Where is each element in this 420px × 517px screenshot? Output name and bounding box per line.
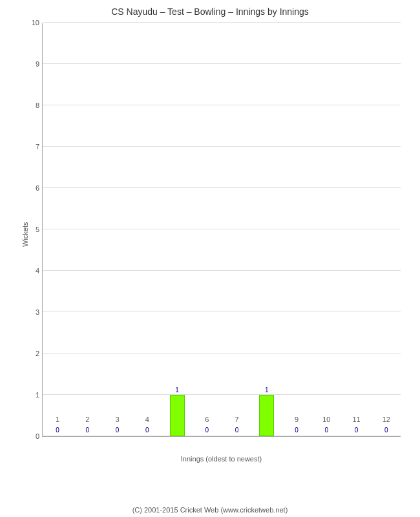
x-tick-label-7: 7 xyxy=(235,416,239,423)
bar-innings-5 xyxy=(170,395,185,436)
gridline-4 xyxy=(43,270,401,271)
x-tick-label-6: 6 xyxy=(205,416,209,423)
gridline-0 xyxy=(43,436,401,436)
y-tick-label-1: 1 xyxy=(23,391,39,399)
footer-text: (C) 2001-2015 Cricket Web (www.cricketwe… xyxy=(0,506,420,514)
bar-label-innings-5: 1 xyxy=(167,386,187,394)
y-tick-label-0: 0 xyxy=(23,432,39,440)
y-tick-label-10: 10 xyxy=(23,19,39,26)
gridline-7 xyxy=(43,146,401,147)
y-tick-label-8: 8 xyxy=(23,101,39,109)
bar-innings-8 xyxy=(259,395,274,436)
data-point-innings-3: 0 xyxy=(112,427,123,434)
gridline-10 xyxy=(43,22,401,23)
y-tick-label-6: 6 xyxy=(23,184,39,192)
data-point-innings-2: 0 xyxy=(82,427,92,434)
gridline-5 xyxy=(43,229,401,229)
gridline-9 xyxy=(43,63,401,64)
data-point-innings-10: 0 xyxy=(321,427,331,434)
chart-area: Wickets 01234567891010203040516070819010… xyxy=(42,23,401,463)
gridline-8 xyxy=(43,105,401,105)
data-point-innings-1: 0 xyxy=(52,427,63,434)
y-tick-label-3: 3 xyxy=(23,308,39,316)
gridline-2 xyxy=(43,353,401,353)
y-tick-label-9: 9 xyxy=(23,60,39,68)
x-tick-label-10: 10 xyxy=(322,416,330,423)
y-tick-label-5: 5 xyxy=(23,226,39,233)
bar-label-innings-8: 1 xyxy=(257,386,277,394)
data-point-innings-4: 0 xyxy=(142,427,152,434)
x-tick-label-12: 12 xyxy=(383,416,390,423)
data-point-innings-6: 0 xyxy=(202,427,212,434)
x-tick-label-4: 4 xyxy=(145,416,149,423)
x-tick-label-11: 11 xyxy=(353,416,361,423)
y-tick-label-7: 7 xyxy=(23,143,39,151)
x-tick-label-2: 2 xyxy=(85,416,89,423)
plot-area: 012345678910102030405160708190100110120 xyxy=(42,23,401,437)
x-axis-label: Innings (oldest to newest) xyxy=(42,455,401,463)
data-point-innings-7: 0 xyxy=(232,427,242,434)
gridline-1 xyxy=(43,394,401,395)
data-point-innings-12: 0 xyxy=(381,427,392,434)
gridline-6 xyxy=(43,187,401,188)
data-point-innings-9: 0 xyxy=(291,427,302,434)
gridline-3 xyxy=(43,311,401,312)
x-tick-label-9: 9 xyxy=(295,416,299,423)
chart-title: CS Nayudu – Test – Bowling – Innings by … xyxy=(6,6,414,17)
y-tick-label-4: 4 xyxy=(23,267,39,275)
data-point-innings-11: 0 xyxy=(352,427,362,434)
chart-container: CS Nayudu – Test – Bowling – Innings by … xyxy=(0,0,420,517)
y-tick-label-2: 2 xyxy=(23,350,39,357)
x-tick-label-1: 1 xyxy=(56,416,59,423)
x-tick-label-3: 3 xyxy=(116,416,120,423)
